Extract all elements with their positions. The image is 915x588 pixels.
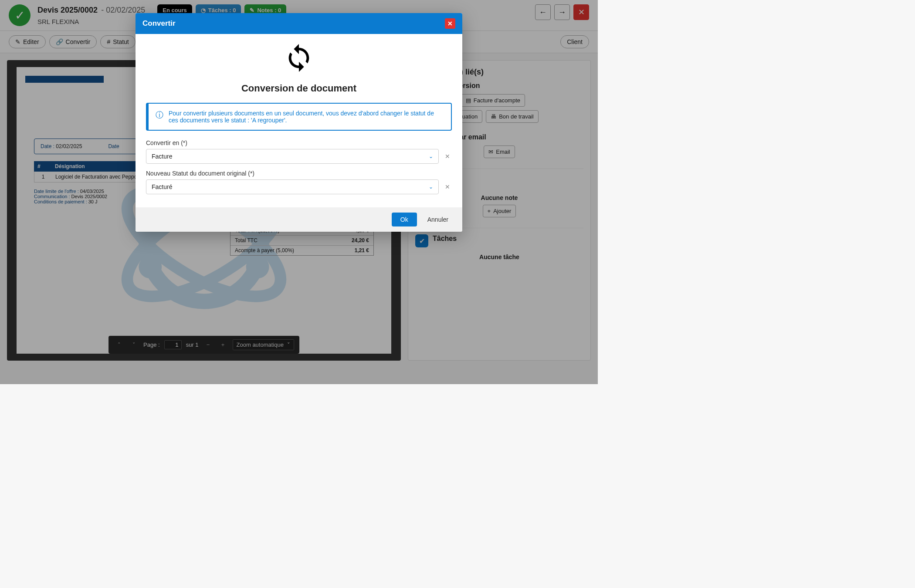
new-status-select[interactable]: Facturé ⌄ bbox=[146, 179, 439, 194]
chevron-down-icon: ⌄ bbox=[429, 184, 433, 190]
convert-modal: Convertir ✕ Conversion de document ⓘ Pou… bbox=[136, 13, 462, 232]
modal-hero-title: Conversion de document bbox=[146, 83, 452, 94]
ok-button[interactable]: Ok bbox=[392, 213, 417, 226]
convert-to-select[interactable]: Facture ⌄ bbox=[146, 149, 439, 164]
refresh-icon bbox=[146, 43, 452, 79]
clear-new-status-button[interactable]: ✕ bbox=[443, 183, 452, 190]
chevron-down-icon: ⌄ bbox=[429, 153, 433, 159]
info-icon: ⓘ bbox=[156, 110, 163, 124]
info-box: ⓘ Pour convertir plusieurs documents en … bbox=[146, 103, 452, 131]
new-status-label: Nouveau Statut du document original (*) bbox=[146, 170, 452, 177]
modal-title: Convertir bbox=[142, 19, 176, 28]
cancel-button[interactable]: Annuler bbox=[422, 213, 454, 226]
clear-convert-to-button[interactable]: ✕ bbox=[443, 153, 452, 160]
convert-to-label: Convertir en (*) bbox=[146, 139, 452, 146]
modal-close-button[interactable]: ✕ bbox=[445, 18, 455, 29]
